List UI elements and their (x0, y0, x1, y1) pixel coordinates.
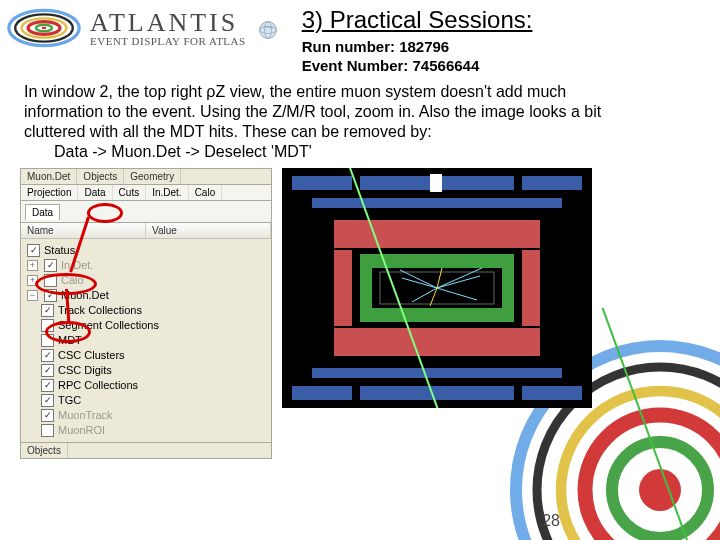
tab-cuts[interactable]: Cuts (113, 185, 147, 200)
tab-muondet[interactable]: Muon.Det (21, 169, 77, 184)
checkbox-indet[interactable]: ✓ (44, 259, 57, 272)
event-display (282, 168, 592, 408)
svg-rect-34 (514, 384, 522, 402)
expander-indet[interactable]: + (27, 260, 38, 271)
svg-rect-11 (312, 198, 562, 208)
annotation-circle-mdt (45, 321, 91, 343)
tab-objects[interactable]: Objects (77, 169, 124, 184)
tab-row-top: Muon.Det Objects Geometry (21, 169, 271, 185)
annotation-circle-data (87, 203, 123, 223)
svg-rect-18 (360, 308, 514, 322)
expander-muon[interactable]: − (27, 290, 38, 301)
event-number: Event Number: 74566644 (302, 57, 712, 76)
tab-objects-bottom[interactable]: Objects (21, 443, 68, 458)
tab-indet[interactable]: In.Det. (146, 185, 188, 200)
tab-geometry[interactable]: Geometry (124, 169, 181, 184)
svg-rect-16 (522, 250, 540, 326)
page-title: 3) Practical Sessions: (302, 6, 712, 34)
svg-rect-20 (502, 268, 514, 308)
options-panel: Muon.Det Objects Geometry Projection Dat… (20, 168, 272, 459)
svg-point-5 (42, 27, 47, 29)
checkbox-rpc[interactable]: ✓ (41, 379, 54, 392)
tab-data-inner[interactable]: Data (25, 204, 60, 220)
detector-view-icon (282, 168, 592, 408)
checkbox-cscclusters[interactable]: ✓ (41, 349, 54, 362)
checkbox-muontrack[interactable]: ✓ (41, 409, 54, 422)
checkbox-trackcol[interactable]: ✓ (41, 304, 54, 317)
col-value: Value (146, 223, 271, 238)
atlantis-logo: ATLANTIS EVENT DISPLAY FOR ATLAS (4, 4, 282, 52)
page-number: 28 (542, 512, 560, 530)
svg-point-6 (259, 22, 276, 39)
tab-projection[interactable]: Projection (21, 185, 78, 200)
run-number: Run number: 182796 (302, 38, 712, 57)
column-headers: Name Value (21, 223, 271, 239)
svg-rect-19 (360, 268, 372, 308)
logo-subtitle: EVENT DISPLAY FOR ATLAS (90, 36, 246, 47)
instruction-text: In window 2, the top right ρZ view, the … (0, 76, 720, 166)
checkbox-cscdigits[interactable]: ✓ (41, 364, 54, 377)
svg-rect-30 (430, 174, 442, 192)
svg-rect-32 (514, 174, 522, 192)
logo-title: ATLANTIS (90, 10, 246, 36)
tab-row-mid: Projection Data Cuts In.Det. Calo (21, 185, 271, 201)
svg-rect-33 (352, 384, 360, 402)
svg-rect-12 (312, 368, 562, 378)
tab-data[interactable]: Data (78, 185, 112, 200)
checkbox-muonroi[interactable] (41, 424, 54, 437)
checkbox-tgc[interactable]: ✓ (41, 394, 54, 407)
svg-rect-13 (334, 220, 540, 248)
svg-rect-15 (334, 250, 352, 326)
svg-rect-10 (292, 386, 582, 400)
checkbox-status[interactable]: ✓ (27, 244, 40, 257)
svg-rect-14 (334, 328, 540, 356)
globe-icon (254, 16, 282, 44)
logo-rings-icon (4, 4, 84, 52)
tab-calo[interactable]: Calo (189, 185, 223, 200)
